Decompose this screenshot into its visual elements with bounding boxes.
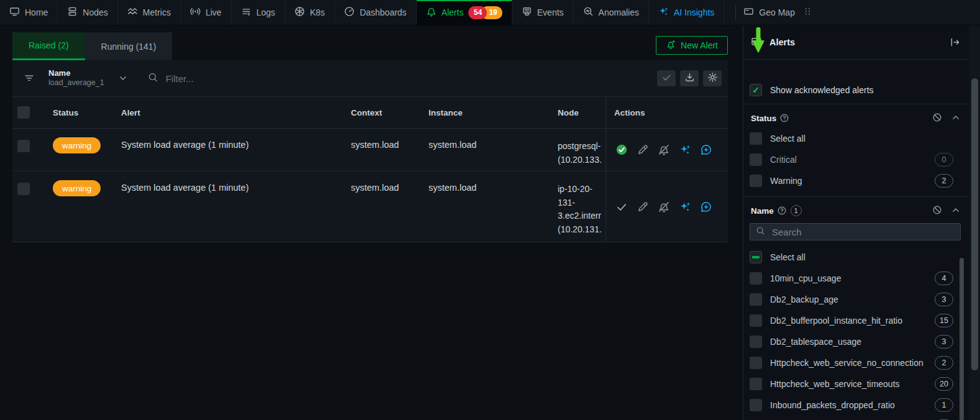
filter-checkbox[interactable] — [750, 314, 762, 327]
nav-item-ai-insights[interactable]: AI Insights — [649, 0, 724, 25]
page-scrollbar[interactable] — [969, 25, 980, 420]
filter-checkbox[interactable] — [750, 336, 762, 348]
column-status[interactable]: Status — [53, 97, 121, 128]
status-filter-warning[interactable]: Warning 2 — [743, 170, 969, 191]
filter-count: 1 — [935, 398, 953, 412]
help-icon[interactable] — [777, 206, 787, 216]
logs-icon — [241, 6, 252, 19]
name-filter-db2-backup-age[interactable]: Db2_backup_age 3 — [743, 289, 969, 310]
column-alert[interactable]: Alert — [121, 97, 351, 128]
filter-checkbox[interactable] — [750, 357, 762, 369]
download-button[interactable] — [680, 70, 699, 86]
filter-checkbox[interactable] — [750, 251, 762, 263]
ai-chat-button[interactable] — [699, 142, 714, 157]
nav-item-live[interactable]: Live — [181, 0, 232, 25]
column-context[interactable]: Context — [351, 97, 429, 128]
filter-checkbox[interactable] — [750, 153, 762, 166]
name-filter-db2-bufferpool-instance-hit-ratio[interactable]: Db2_bufferpool_instance_hit_ratio 15 — [743, 310, 969, 331]
nodes-icon — [67, 6, 78, 19]
row-checkbox[interactable] — [17, 183, 30, 195]
acknowledge-button[interactable] — [614, 142, 629, 157]
bell-plus-icon — [666, 40, 676, 52]
filter-checkbox[interactable] — [750, 272, 762, 285]
ai-insights-button[interactable] — [678, 199, 692, 214]
filter-label: Db2_tablespace_usage — [770, 337, 927, 347]
nav-item-geo-map[interactable]: Geo Map — [743, 6, 813, 19]
chevron-up-icon[interactable] — [951, 112, 961, 124]
nav-item-metrics[interactable]: Metrics — [118, 0, 181, 25]
chevron-up-icon[interactable] — [951, 205, 961, 217]
nav-item-anomalies[interactable]: Anomalies — [574, 0, 649, 25]
silence-alert-button[interactable] — [656, 199, 671, 214]
select-all-rows-checkbox[interactable] — [17, 106, 30, 119]
show-acknowledged-checkbox[interactable] — [750, 84, 762, 96]
name-filter-httpcheck-web-service-no-connection[interactable]: Httpcheck_web_service_no_connection 2 — [743, 352, 969, 373]
filter-checkbox[interactable] — [750, 293, 762, 306]
page-scrollbar-thumb[interactable] — [971, 78, 978, 370]
check-icon — [661, 72, 672, 85]
name-search-input[interactable] — [771, 226, 955, 238]
alert-node[interactable]: postgresql-(10.20.133. — [547, 129, 606, 171]
live-icon — [190, 6, 201, 19]
sort-selector[interactable]: Name load_average_1 — [48, 68, 104, 88]
row-checkbox[interactable] — [17, 140, 30, 152]
column-node[interactable]: Node — [547, 97, 606, 128]
nav-item-k8s[interactable]: K8s — [285, 0, 335, 25]
nav-item-dashboards[interactable]: Dashboards — [335, 0, 417, 25]
collapse-right-icon[interactable] — [950, 37, 961, 48]
alerts-tabs: Raised (2) Running (141) — [12, 32, 172, 60]
metrics-icon — [127, 6, 138, 19]
filter-checkbox[interactable] — [750, 399, 762, 411]
filter-checkbox[interactable] — [750, 378, 762, 390]
name-filter-10min-cpu-usage[interactable]: 10min_cpu_usage 4 — [743, 268, 969, 289]
status-filter-critical[interactable]: Critical 0 — [743, 149, 969, 170]
name-filter-select-all[interactable]: Select all — [743, 247, 969, 268]
alert-name[interactable]: System load average (1 minute) — [121, 129, 351, 171]
acknowledge-button[interactable] — [614, 199, 629, 214]
tab-running[interactable]: Running (141) — [85, 32, 173, 60]
bulk-check-button[interactable] — [657, 70, 676, 86]
alert-node[interactable]: ip-10-20-131-3.ec2.interr(10.20.131. — [547, 171, 606, 242]
new-alert-button[interactable]: New Alert — [656, 36, 728, 55]
ai-insights-button[interactable] — [678, 142, 692, 157]
nav-item-events[interactable]: Events — [512, 0, 574, 25]
table-controls: Name load_average_1 — [12, 60, 728, 96]
nav-item-logs[interactable]: Logs — [232, 0, 285, 25]
ban-icon[interactable] — [932, 112, 942, 124]
status-filter-section: Status Select all Critical 0 Warning 2 — [743, 104, 969, 197]
chevron-down-icon[interactable] — [118, 73, 128, 83]
green-arrow-annotation — [751, 27, 765, 53]
name-filter-load-average-1[interactable]: Load_average_1 2 — [743, 416, 969, 420]
name-filter-db2-tablespace-usage[interactable]: Db2_tablespace_usage 3 — [743, 331, 969, 352]
ai-chat-button[interactable] — [699, 199, 714, 214]
tab-raised[interactable]: Raised (2) — [12, 32, 85, 60]
filter-input[interactable] — [165, 73, 351, 84]
help-icon[interactable] — [779, 113, 789, 123]
show-acknowledged-toggle[interactable]: Show acknowledged alerts — [750, 84, 962, 96]
ban-icon[interactable] — [932, 205, 942, 217]
alert-name[interactable]: System load average (1 minute) — [121, 171, 351, 242]
status-filter-select-all[interactable]: Select all — [743, 128, 969, 149]
nav-item-alerts[interactable]: Alerts 5419 — [417, 0, 512, 25]
nav-item-home[interactable]: Home — [0, 0, 58, 25]
top-nav-items: Home Nodes Metrics Live Logs K8s Dashboa… — [0, 0, 724, 25]
edit-silencing-rule-button[interactable] — [635, 199, 650, 214]
funnel-icon[interactable] — [24, 73, 35, 84]
filter-count: 3 — [935, 335, 953, 349]
name-list-scrollbar[interactable] — [960, 258, 964, 420]
column-instance[interactable]: Instance — [429, 97, 547, 128]
status-badge: warning — [53, 180, 101, 196]
filter-count: 20 — [935, 377, 953, 391]
nav-item-nodes[interactable]: Nodes — [58, 0, 117, 25]
name-filter-httpcheck-web-service-timeouts[interactable]: Httpcheck_web_service_timeouts 20 — [743, 373, 969, 395]
nav-item-label: AI Insights — [674, 7, 714, 17]
grip-icon[interactable] — [802, 6, 813, 19]
alert-count-badge: 54 — [468, 6, 487, 19]
name-filter-inbound-packets-dropped-ratio[interactable]: Inbound_packets_dropped_ratio 1 — [743, 395, 969, 416]
silence-alert-button[interactable] — [656, 142, 671, 157]
filter-checkbox[interactable] — [750, 132, 762, 145]
edit-silencing-rule-button[interactable] — [635, 142, 650, 157]
filter-checkbox[interactable] — [750, 175, 762, 187]
settings-button[interactable] — [703, 70, 722, 86]
bell-icon — [426, 6, 437, 19]
